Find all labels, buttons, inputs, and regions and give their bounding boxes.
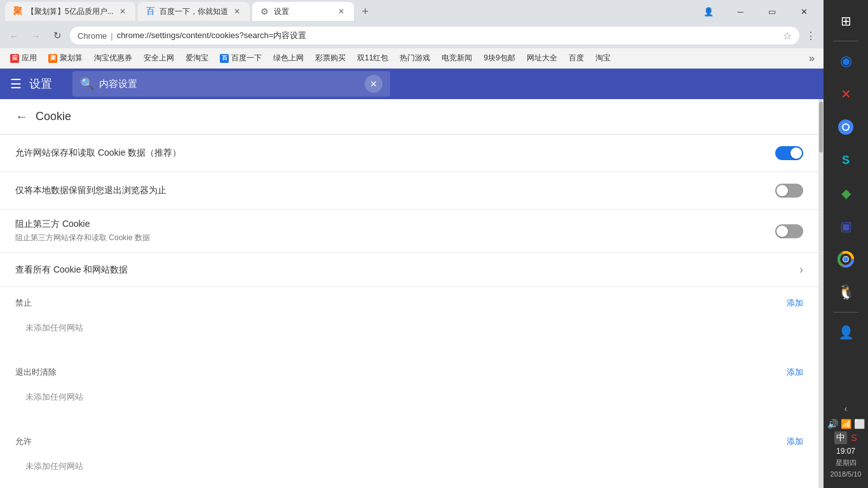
- clear-on-exit-title: 退出时清除: [15, 367, 57, 378]
- tab-favicon-baidu: 百: [146, 6, 156, 17]
- search-clear-button[interactable]: ✕: [365, 75, 383, 93]
- window-controls: 👤 ─ ▭ ✕: [694, 3, 818, 20]
- bookmark-safe[interactable]: 安全上网: [139, 51, 179, 65]
- view-all-cookies-row[interactable]: 查看所有 Cookie 和网站数据 ›: [0, 253, 818, 287]
- clear-on-exit-section-header: 退出时清除 添加: [0, 356, 818, 383]
- toggle-thumb: [790, 147, 802, 159]
- hamburger-icon[interactable]: ☰: [10, 76, 22, 92]
- taskbar-lang-icon[interactable]: 中: [834, 431, 847, 444]
- tab-favicon-jhs: 聚: [13, 6, 23, 17]
- url-bar[interactable]: Chrome | chrome://settings/content/cooki…: [70, 27, 799, 44]
- close-button[interactable]: ✕: [789, 3, 818, 20]
- arrow-right-icon: ›: [799, 263, 803, 276]
- taskbar-wifi-icon[interactable]: 📶: [841, 419, 851, 429]
- tab-settings[interactable]: ⚙ 设置 ✕: [252, 2, 354, 21]
- forward-button[interactable]: →: [27, 27, 44, 44]
- taskbar-volume-icon[interactable]: 🔊: [827, 419, 838, 429]
- taskbar-icon-chrome-e[interactable]: [830, 111, 862, 143]
- taskbar-icon-blue-s[interactable]: ▣: [830, 210, 862, 242]
- taskbar-start-icon[interactable]: ⊞: [830, 5, 862, 37]
- tab-close-jhs[interactable]: ✕: [118, 6, 128, 17]
- taskbar-icon-person[interactable]: 👤: [830, 316, 862, 348]
- taskbar-icon-2[interactable]: ✕: [830, 78, 862, 110]
- bookmark-lottery-label: 彩票购买: [315, 53, 346, 64]
- taskbar-divider-1: [833, 41, 858, 41]
- bookmark-taobao-label: 淘宝优惠券: [94, 53, 132, 64]
- bookmarks-more-button[interactable]: »: [805, 51, 818, 66]
- block-third-party-sublabel: 阻止第三方网站保存和读取 Cookie 数据: [15, 233, 150, 243]
- bookmark-lottery[interactable]: 彩票购买: [310, 51, 351, 65]
- cookie-header: ← Cookie: [0, 99, 818, 135]
- tab-baidu[interactable]: 百 百度一下，你就知道 ✕: [138, 2, 250, 21]
- bookmark-baidu2[interactable]: 百度: [564, 51, 589, 65]
- toggle-thumb-2: [776, 185, 788, 196]
- bookmark-green-label: 绿色上网: [273, 53, 304, 64]
- bookmark-jhs[interactable]: 聚 聚划算: [43, 51, 88, 65]
- bookmark-esports[interactable]: 电竞新闻: [437, 51, 477, 65]
- block-section-header: 禁止 添加: [0, 287, 818, 314]
- bookmark-9kuai[interactable]: 9块9包邮: [478, 51, 520, 65]
- taskbar-icon-green[interactable]: ◆: [830, 177, 862, 209]
- clear-on-exit-empty-text: 未添加任何网站: [25, 392, 83, 402]
- settings-title: 设置: [29, 76, 52, 92]
- bookmark-jhs-label: 聚划算: [60, 53, 83, 64]
- taskbar-icon-1[interactable]: ◉: [830, 45, 862, 77]
- back-arrow-button[interactable]: ←: [15, 109, 28, 124]
- apps-favicon: 应: [10, 54, 19, 63]
- bookmark-baidu2-label: 百度: [569, 53, 584, 64]
- allow-cookies-toggle[interactable]: [775, 146, 803, 160]
- taskbar-battery-icon[interactable]: ⬜: [854, 419, 865, 429]
- bookmark-red11-label: 双11红包: [357, 53, 388, 64]
- cookie-panel: ← Cookie 允许网站保存和读取 Cookie 数据（推荐） 仅将本地数据保…: [0, 99, 818, 488]
- tab-close-settings[interactable]: ✕: [336, 6, 346, 17]
- main-content: ← Cookie 允许网站保存和读取 Cookie 数据（推荐） 仅将本地数据保…: [0, 99, 818, 488]
- taskbar-date: 2018/5/10: [831, 470, 862, 478]
- bookmark-taobao2[interactable]: 淘宝: [590, 51, 616, 65]
- bookmark-games[interactable]: 热门游戏: [395, 51, 435, 65]
- search-input[interactable]: [99, 79, 360, 90]
- toggle-thumb-3: [776, 226, 788, 237]
- new-tab-button[interactable]: +: [356, 3, 374, 20]
- bookmark-aitao[interactable]: 爱淘宝: [180, 51, 214, 65]
- bookmark-baidu[interactable]: 百 百度一下: [215, 51, 267, 65]
- bookmark-green[interactable]: 绿色上网: [268, 51, 309, 65]
- taskbar-day: 星期四: [836, 458, 857, 468]
- taskbar-divider-2: [833, 312, 858, 313]
- cookie-panel-title: Cookie: [36, 110, 71, 123]
- back-button[interactable]: ←: [5, 27, 23, 44]
- bookmark-taobao[interactable]: 淘宝优惠券: [89, 51, 137, 65]
- bookmark-red11[interactable]: 双11红包: [352, 51, 393, 65]
- taskbar-ime-icon[interactable]: S: [851, 433, 857, 443]
- bookmark-apps[interactable]: 应 应用: [5, 51, 42, 65]
- local-data-toggle[interactable]: [775, 184, 803, 198]
- tab-close-baidu[interactable]: ✕: [232, 6, 242, 17]
- scroll-indicator[interactable]: [818, 99, 824, 488]
- bookmark-taobao2-label: 淘宝: [595, 53, 611, 64]
- bookmark-urlnav[interactable]: 网址大全: [522, 51, 562, 65]
- tab-jhs[interactable]: 聚 【聚划算】5亿品质用户... ✕: [5, 2, 135, 21]
- clear-on-exit-add-button[interactable]: 添加: [787, 367, 803, 378]
- allow-cookies-label: 允许网站保存和读取 Cookie 数据（推荐）: [15, 147, 181, 159]
- block-add-button[interactable]: 添加: [787, 297, 803, 309]
- taskbar-icon-chrome[interactable]: [830, 243, 862, 275]
- bookmarks-bar: 应 应用 聚 聚划算 淘宝优惠券 安全上网 爱淘宝 百 百度一下 绿色上网 彩票…: [0, 48, 824, 69]
- search-box[interactable]: 🔍 ✕: [72, 71, 390, 97]
- minimize-button[interactable]: ─: [726, 3, 755, 20]
- maximize-button[interactable]: ▭: [757, 3, 787, 20]
- user-icon[interactable]: 👤: [694, 3, 723, 20]
- taskbar-icon-penguin[interactable]: 🐧: [830, 276, 862, 308]
- bookmark-star-icon[interactable]: ☆: [783, 30, 792, 42]
- allow-add-button[interactable]: 添加: [787, 436, 803, 447]
- allow-section-header: 允许 添加: [0, 426, 818, 452]
- block-third-party-toggle[interactable]: [775, 224, 803, 238]
- reload-button[interactable]: ↻: [48, 27, 66, 44]
- address-bar: ← → ↻ Chrome | chrome://settings/content…: [0, 23, 824, 48]
- browser-menu-button[interactable]: ⋮: [803, 30, 818, 42]
- taskbar-expand-icon[interactable]: ‹: [844, 403, 848, 414]
- taskbar: ⊞ ◉ ✕ S ◆ ▣ 🐧 👤 ‹ 🔊 📶 ⬜: [824, 0, 868, 488]
- local-data-label: 仅将本地数据保留到您退出浏览器为止: [15, 185, 166, 196]
- allow-empty-state: 未添加任何网站: [0, 452, 818, 487]
- clear-on-exit-empty-state: 未添加任何网站: [0, 383, 818, 418]
- title-bar: 聚 【聚划算】5亿品质用户... ✕ 百 百度一下，你就知道 ✕ ⚙ 设置 ✕ …: [0, 0, 824, 23]
- taskbar-icon-s[interactable]: S: [830, 144, 862, 176]
